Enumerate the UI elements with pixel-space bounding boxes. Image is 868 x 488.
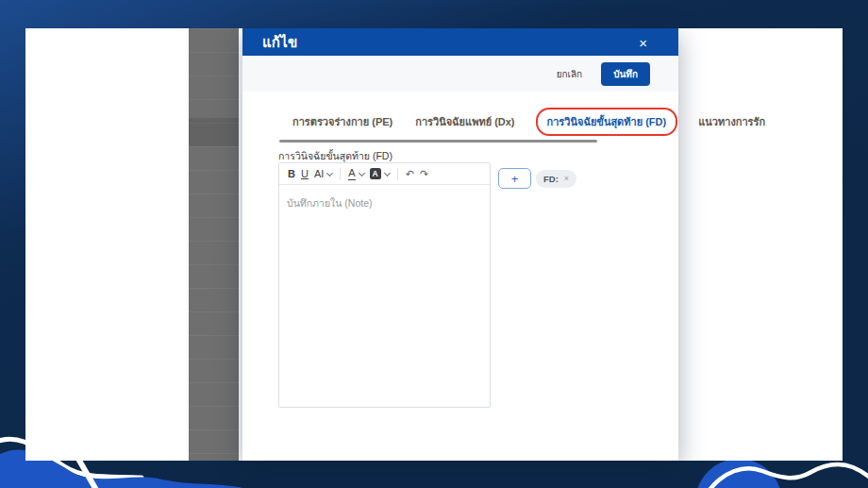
underline-button[interactable]: U <box>298 169 311 179</box>
chip-remove-icon[interactable]: × <box>564 175 569 183</box>
highlight-color-button[interactable]: A <box>367 168 392 179</box>
tab-treatment-plan[interactable]: แนวทางการรัก <box>698 113 765 130</box>
editor-toolbar: B U AI A A ↶ ↷ <box>279 163 490 185</box>
add-fd-button[interactable]: + <box>498 168 531 189</box>
toolbar-divider <box>340 168 341 180</box>
fd-chip[interactable]: FD: × <box>536 170 576 188</box>
cancel-button[interactable]: ยกเลิก <box>555 63 585 85</box>
close-icon[interactable]: × <box>639 35 647 49</box>
dialog-title: แก้ไข <box>262 31 297 54</box>
screenshot-canvas: แก้ไข × ยกเลิก บันทึก การตรวจร่างกาย (PE… <box>0 0 868 488</box>
text-color-button[interactable]: A <box>345 168 366 180</box>
editor-placeholder: บันทึกภายใน (Note) <box>287 197 373 209</box>
chevron-down-icon <box>326 169 333 176</box>
editor-text-area[interactable]: บันทึกภายใน (Note) <box>279 185 490 407</box>
dialog-header: แก้ไข × <box>242 28 678 56</box>
tab-bar: การตรวจร่างกาย (PE) การวินิจฉัยแพทย์ (Dx… <box>278 113 673 130</box>
save-button[interactable]: บันทึก <box>601 62 650 86</box>
redo-button[interactable]: ↷ <box>417 169 431 179</box>
tab-doctor-diagnosis[interactable]: การวินิจฉัยแพทย์ (Dx) <box>415 113 514 130</box>
dialog-action-bar: ยกเลิก บันทึก <box>242 56 678 92</box>
ai-menu-button[interactable]: AI <box>311 169 335 179</box>
bold-button[interactable]: B <box>285 169 298 179</box>
undo-button[interactable]: ↶ <box>403 169 417 179</box>
tab-physical-exam[interactable]: การตรวจร่างกาย (PE) <box>292 113 392 130</box>
chevron-down-icon <box>359 169 365 176</box>
edit-dialog: แก้ไข × ยกเลิก บันทึก การตรวจร่างกาย (PE… <box>242 28 678 461</box>
red-annotation-oval: การวินิจฉัยขั้นสุดท้าย (FD) <box>536 108 678 136</box>
fd-chip-label: FD: <box>543 174 559 184</box>
highlight-color-icon: A <box>370 168 381 179</box>
chevron-down-icon <box>384 169 391 176</box>
text-color-icon: A <box>348 168 355 180</box>
dimmed-table-row-block <box>189 118 239 146</box>
dimmed-table-column <box>189 28 239 461</box>
tab-scrollbar[interactable] <box>279 140 597 143</box>
ai-menu-label: AI <box>314 169 324 179</box>
tab-final-diagnosis[interactable]: การวินิจฉัยขั้นสุดท้าย (FD) <box>547 113 667 130</box>
toolbar-divider <box>397 168 398 180</box>
plus-icon: + <box>511 173 519 185</box>
rich-text-editor: B U AI A A ↶ ↷ บันท <box>278 162 491 408</box>
